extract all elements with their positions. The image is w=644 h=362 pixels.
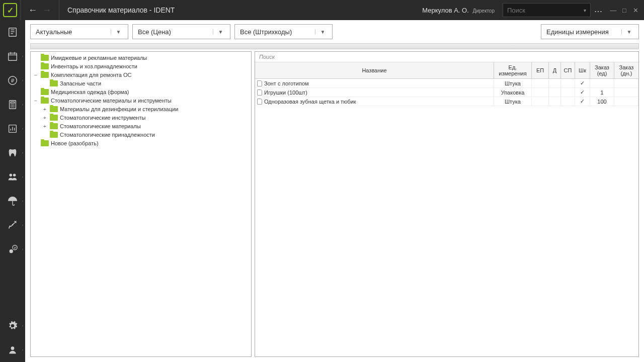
filter-units[interactable]: Единицы измерения ▼ [541,24,639,39]
cell-order-days [614,97,638,106]
cell-order-ed: 100 [590,97,614,106]
expand-icon[interactable]: + [42,115,48,121]
sidebar-item-users[interactable]: › [0,165,25,189]
tree-node[interactable]: Медицинская одежда (форма) [33,88,249,96]
tree-label: Стоматологические материалы [60,123,141,129]
folder-icon [41,98,49,104]
tree-node[interactable]: +Стоматологические инструменты [33,114,249,122]
app-logo[interactable]: ✓ [0,0,20,20]
sidebar-item-refund[interactable]: ₽ › [0,237,25,261]
sidebar-item-tooth[interactable]: › [0,141,25,165]
folder-icon [50,115,58,121]
table-row[interactable]: Одноразовая зубная щетка и тюбикШтука✓10… [255,97,638,106]
back-button[interactable]: ← [26,3,40,17]
tree-node[interactable]: −Комплектация для ремонта ОС [33,71,249,79]
tree-node[interactable]: −Стоматологические материалы и инструмен… [33,97,249,105]
cell-sp [561,79,575,87]
col-sp[interactable]: СП [561,62,575,78]
expand-icon[interactable]: − [33,98,39,104]
tree-node[interactable]: Имиджевые и рекламные материалы [33,54,249,62]
tree-label: Имиджевые и рекламные материалы [51,55,147,61]
forward-button[interactable]: → [40,3,54,17]
maximize-button[interactable]: □ [619,5,630,16]
materials-table: Поиск Название Ед. измерения ЕП Д СП Шк … [255,51,639,357]
sidebar-item-reports[interactable]: › [0,117,25,141]
col-shk[interactable]: Шк [575,62,590,78]
filter-price[interactable]: Все (Цена) ▼ [132,24,230,39]
sidebar-item-calendar[interactable]: › [0,44,25,68]
chevron-down-icon: ▼ [213,29,225,35]
more-button[interactable]: ... [593,7,605,14]
sidebar-item-ruble[interactable]: ₽ › [0,68,25,93]
filter-bar: Актуальные ▼ Все (Цена) ▼ Все (Штрихкоды… [25,20,644,43]
cell-shk: ✓ [575,79,590,87]
cell-shk: ✓ [575,97,590,106]
page-title: Справочник материалов - IDENT [59,6,416,14]
tree-node[interactable]: Новое (разобрать) [33,139,249,147]
cell-d [549,97,561,106]
minimize-button[interactable]: — [608,5,619,16]
col-name[interactable]: Название [255,62,494,78]
filter-status[interactable]: Актуальные ▼ [30,24,128,39]
cell-unit: Штука [494,79,532,87]
folder-icon [50,106,58,112]
titlebar: ✓ ← → Справочник материалов - IDENT Мерк… [0,0,644,20]
expand-icon[interactable]: + [42,107,48,112]
cell-order-days [614,79,638,87]
chevron-down-icon: ▼ [621,29,633,35]
svg-text:₽: ₽ [14,246,16,249]
filter-barcodes[interactable]: Все (Штрихкоды) ▼ [234,24,333,39]
sidebar-item-profile[interactable]: › [0,338,25,362]
tree-node[interactable]: +Стоматологические материалы [33,122,249,130]
table-row[interactable]: Зонт с логотипомШтука✓ [255,79,638,88]
page-icon [257,80,262,86]
svg-point-17 [11,105,12,105]
sidebar-item-syringe[interactable]: › [0,213,25,237]
tree-label: Комплектация для ремонта ОС [51,72,131,78]
chevron-down-icon: ▼ [315,29,327,35]
col-unit[interactable]: Ед. измерения [494,62,532,78]
tree-label: Стоматологические инструменты [60,115,145,121]
expand-icon[interactable]: + [42,124,48,129]
tree-node[interactable]: Запасные части [33,79,249,87]
svg-point-21 [13,107,13,107]
table-row[interactable]: Игрушки (100шт)Упаковка✓1 [255,88,638,97]
sidebar-item-settings[interactable]: › [0,314,25,338]
tree-node[interactable]: Стоматологические принадлежности [33,131,249,139]
category-tree[interactable]: Имиджевые и рекламные материалыИнвентарь… [30,51,252,357]
page-icon [257,99,262,105]
svg-point-22 [14,107,14,107]
tree-label: Стоматологические материалы и инструмент… [51,98,172,104]
expand-icon[interactable]: − [33,72,39,78]
search-input[interactable] [507,7,582,14]
tree-label: Запасные части [60,80,101,86]
svg-line-34 [9,226,10,229]
tree-node[interactable]: Инвентарь и хоз.принадлежности [33,62,249,70]
svg-text:₽: ₽ [11,78,15,83]
col-order-days[interactable]: Заказ (дн.) [614,62,638,78]
sidebar-item-calc[interactable]: › [0,93,25,117]
sidebar-item-card[interactable] [0,20,25,44]
svg-point-20 [11,107,12,107]
user-name[interactable]: Меркулов А. О. Директор [416,7,501,14]
cell-order-days [614,88,638,97]
cell-sp [561,97,575,106]
global-search[interactable]: ▾ [503,3,591,17]
svg-point-39 [11,346,15,350]
table-search-label[interactable]: Поиск [255,52,638,62]
folder-icon [50,80,58,86]
cell-unit: Упаковка [494,88,532,97]
cell-ep [532,79,549,87]
col-ep[interactable]: ЕП [532,62,549,78]
tree-label: Материалы для дезинфекции и стерилизации [60,106,178,112]
col-order-ed[interactable]: Заказ (ед) [590,62,614,78]
col-d[interactable]: Д [549,62,561,78]
sidebar-item-umbrella[interactable]: › [0,189,25,213]
folder-icon [41,72,49,78]
svg-rect-0 [9,28,17,37]
chevron-down-icon: ▾ [584,8,586,13]
folder-icon [50,132,58,138]
tree-node[interactable]: +Материалы для дезинфекции и стерилизаци… [33,105,249,113]
close-button[interactable]: ✕ [630,5,641,16]
svg-point-28 [13,174,16,177]
